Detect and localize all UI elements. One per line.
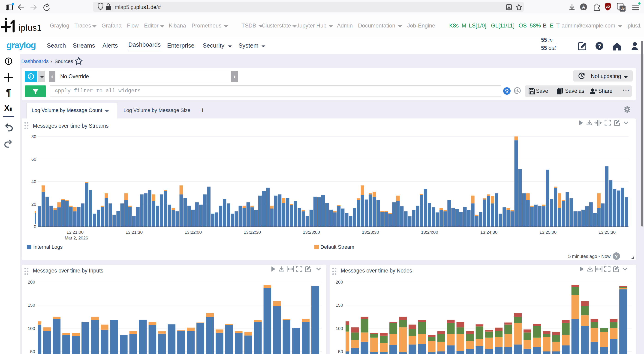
svg-text:100: 100 bbox=[28, 326, 35, 331]
svg-text:13:21:00: 13:21:00 bbox=[66, 230, 84, 235]
svg-text:13:24:00: 13:24:00 bbox=[421, 230, 438, 235]
svg-text:60: 60 bbox=[32, 157, 36, 162]
svg-text:13:23:00: 13:23:00 bbox=[303, 230, 320, 235]
svg-text:13:22:00: 13:22:00 bbox=[185, 230, 202, 235]
svg-text:?: ? bbox=[598, 43, 601, 49]
svg-text:Mar 2, 2026: Mar 2, 2026 bbox=[65, 235, 88, 240]
svg-text:13:25:00: 13:25:00 bbox=[540, 230, 556, 235]
svg-text:50: 50 bbox=[30, 349, 35, 354]
svg-text:13:25:30: 13:25:30 bbox=[598, 230, 616, 235]
svg-text:150: 150 bbox=[28, 303, 35, 307]
svg-text:?: ? bbox=[615, 254, 618, 259]
svg-text:0: 0 bbox=[34, 224, 36, 229]
svg-text:200: 200 bbox=[336, 280, 343, 284]
svg-text:150: 150 bbox=[336, 303, 343, 307]
svg-text:100: 100 bbox=[336, 326, 343, 331]
svg-text:A: A bbox=[582, 5, 585, 10]
svg-text:200: 200 bbox=[28, 280, 35, 284]
svg-text:Internal Logs: Internal Logs bbox=[33, 244, 62, 250]
svg-text:de: de bbox=[620, 7, 624, 11]
svg-text:40: 40 bbox=[32, 179, 36, 184]
svg-text:Default Stream: Default Stream bbox=[320, 244, 354, 250]
svg-text:5 minutes ago - Now: 5 minutes ago - Now bbox=[568, 254, 611, 259]
svg-text:50: 50 bbox=[338, 349, 343, 354]
svg-text:uO: uO bbox=[606, 5, 610, 8]
svg-text:13:24:30: 13:24:30 bbox=[480, 230, 498, 235]
svg-text:13:23:30: 13:23:30 bbox=[362, 230, 379, 235]
svg-text:20: 20 bbox=[32, 202, 36, 207]
svg-text:80: 80 bbox=[32, 134, 36, 139]
svg-text:13:21:30: 13:21:30 bbox=[126, 230, 143, 235]
svg-text:13:22:30: 13:22:30 bbox=[244, 230, 261, 235]
